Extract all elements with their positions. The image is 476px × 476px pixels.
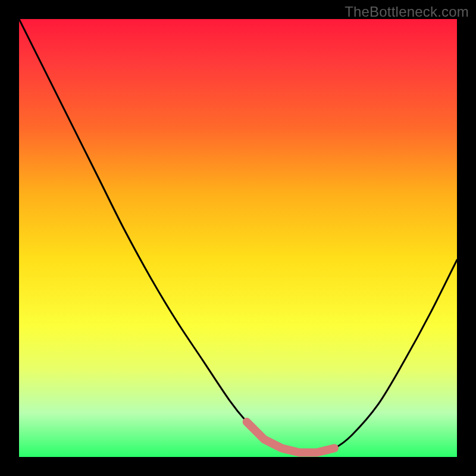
watermark-text: TheBottleneck.com — [345, 4, 469, 20]
bottleneck-curve — [19, 19, 457, 453]
chart-frame: TheBottleneck.com — [0, 0, 476, 476]
optimal-flat-region — [247, 422, 334, 453]
plot-area — [19, 19, 457, 457]
curve-svg — [19, 19, 457, 457]
